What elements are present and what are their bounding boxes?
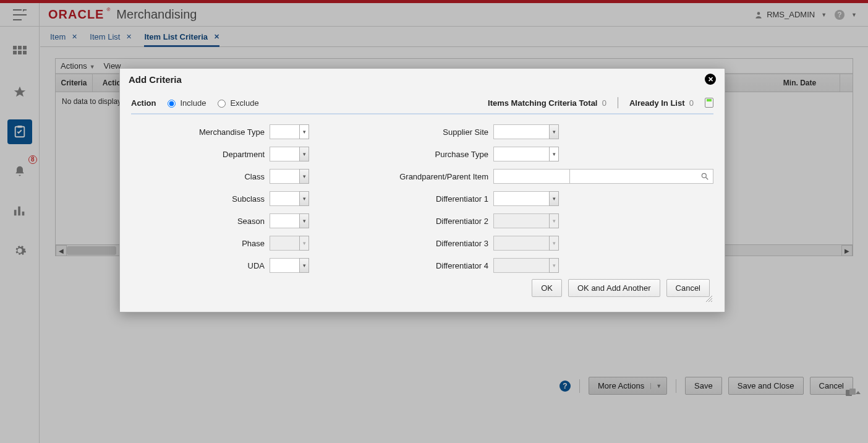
chevron-down-icon: ▾: [549, 191, 559, 206]
chevron-down-icon: ▾: [299, 191, 309, 206]
uda-label: UDA: [248, 261, 265, 270]
search-icon[interactable]: [700, 172, 709, 181]
chevron-down-icon: ▾: [549, 258, 559, 273]
chevron-down-icon: ▾: [299, 169, 309, 184]
action-label: Action: [131, 98, 156, 108]
chevron-down-icon: ▾: [549, 213, 559, 228]
diff1-label: Differentiator 1: [365, 194, 488, 204]
already-value: 0: [689, 98, 694, 108]
diff1-combo[interactable]: ▾: [493, 191, 559, 206]
phase-label: Phase: [242, 239, 265, 248]
merchandise-type-combo[interactable]: ▾: [270, 124, 309, 139]
exclude-radio[interactable]: Exclude: [215, 98, 258, 108]
chevron-down-icon: ▾: [299, 236, 309, 251]
department-label: Department: [223, 150, 265, 159]
merchandise-type-label: Merchandise Type: [199, 127, 265, 137]
svg-point-17: [702, 173, 706, 178]
chevron-down-icon: ▾: [299, 124, 309, 139]
uda-combo[interactable]: ▾: [270, 258, 309, 273]
subclass-label: Subclass: [232, 194, 265, 204]
close-icon[interactable]: ✕: [705, 74, 716, 85]
dialog-title: Add Criteria: [129, 74, 182, 85]
dialog-cancel-button[interactable]: Cancel: [666, 279, 710, 297]
diff2-combo: ▾: [493, 213, 559, 228]
diff4-combo: ▾: [493, 258, 559, 273]
season-label: Season: [237, 217, 265, 226]
grandparent-item-lookup[interactable]: [493, 169, 713, 184]
season-combo[interactable]: ▾: [270, 213, 309, 228]
chevron-down-icon: ▾: [299, 258, 309, 273]
chevron-down-icon: ▾: [299, 147, 309, 161]
supplier-site-label: Supplier Site: [365, 127, 488, 137]
phase-combo: ▾: [270, 236, 309, 251]
purchase-type-label: Purchase Type: [365, 150, 488, 159]
department-combo[interactable]: ▾: [270, 147, 309, 161]
ok-add-another-button[interactable]: OK and Add Another: [568, 279, 660, 297]
total-label: Items Matching Criteria Total: [488, 98, 597, 108]
supplier-site-combo[interactable]: ▾: [493, 124, 559, 139]
calculator-icon[interactable]: [705, 98, 713, 108]
chevron-down-icon: ▾: [549, 124, 559, 139]
include-radio[interactable]: Include: [164, 98, 206, 108]
class-combo[interactable]: ▾: [270, 169, 309, 184]
grandparent-item-label: Grandparent/Parent Item: [365, 172, 488, 181]
ok-button[interactable]: OK: [532, 279, 562, 297]
chevron-down-icon: ▾: [549, 236, 559, 251]
class-label: Class: [244, 172, 265, 181]
purchase-type-combo[interactable]: ▾: [493, 147, 559, 161]
diff3-combo: ▾: [493, 236, 559, 251]
chevron-down-icon: ▾: [299, 213, 309, 228]
subclass-combo[interactable]: ▾: [270, 191, 309, 206]
already-label: Already In List: [629, 98, 685, 108]
diff4-label: Differentiator 4: [365, 261, 488, 270]

  add-criteria-dialog: Add Criteria ✕ Action Include Exclude It…: [119, 68, 725, 312]
diff2-label: Differentiator 2: [365, 217, 488, 226]
resize-handle-icon[interactable]: [705, 295, 712, 302]
diff3-label: Differentiator 3: [365, 239, 488, 248]
chevron-down-icon: ▾: [549, 147, 559, 161]
total-value: 0: [602, 98, 606, 108]
